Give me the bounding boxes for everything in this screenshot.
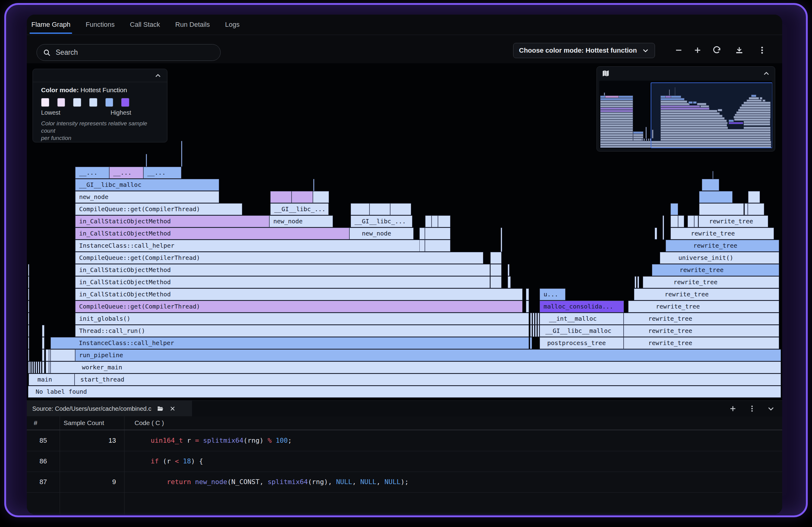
flame-box-in-callstaticobjectmethod[interactable]: in_CallStaticObjectMethod — [75, 276, 490, 288]
flame-spike[interactable] — [501, 228, 502, 252]
flame-box-postprocess-tree[interactable]: postprocess_tree — [540, 337, 624, 349]
flame-box-main[interactable]: main — [29, 374, 75, 385]
flame-box-gi-libc[interactable]: __GI__libc_... — [351, 216, 412, 227]
flame-box-gi-libc-malloc[interactable]: __GI__libc__malloc — [540, 325, 624, 337]
flame-box-thread-call-run[interactable]: Thread::call_run() — [75, 325, 529, 337]
flame-box[interactable] — [508, 276, 511, 288]
flame-box[interactable] — [490, 264, 502, 276]
flame-box-in-callstaticobjectmethod[interactable]: in_CallStaticObjectMethod — [75, 216, 269, 227]
flame-box-rewrite-tree[interactable]: rewrite_tree — [698, 216, 768, 227]
flame-box[interactable] — [369, 203, 390, 215]
flame-box[interactable] — [419, 228, 425, 239]
flame-box-[interactable]: __... — [109, 167, 143, 179]
flame-box-gi-libc[interactable]: __GI__libc_... — [270, 203, 329, 215]
flame-box-start-thread[interactable]: start_thread — [75, 374, 781, 385]
flame-box-instanceclass-call-helper[interactable]: InstanceClass::call_helper — [50, 337, 529, 349]
flame-box[interactable] — [637, 276, 639, 288]
flame-box[interactable] — [699, 203, 744, 215]
flame-box[interactable] — [270, 191, 292, 203]
flame-box-int-malloc[interactable]: __int__malloc — [540, 313, 624, 325]
flame-box[interactable] — [533, 313, 534, 325]
flame-box[interactable] — [533, 325, 534, 337]
flame-box[interactable] — [28, 276, 29, 288]
flame-box[interactable] — [635, 276, 636, 288]
flame-box[interactable] — [508, 264, 509, 276]
folder-icon[interactable] — [157, 405, 164, 412]
minimap-chart[interactable] — [599, 80, 772, 149]
tab-functions[interactable]: Functions — [86, 15, 114, 35]
flame-box[interactable] — [530, 325, 532, 337]
flame-box[interactable] — [687, 216, 694, 227]
flame-box[interactable] — [670, 203, 678, 215]
flame-box-in-callstaticobjectmethod[interactable]: in_CallStaticObjectMethod — [75, 264, 490, 276]
flame-box[interactable] — [50, 349, 75, 361]
zoom-out-button[interactable] — [671, 43, 686, 58]
flame-box[interactable] — [490, 252, 502, 264]
flame-box[interactable] — [28, 349, 29, 361]
flame-box-rewrite-tree[interactable]: rewrite_tree — [666, 240, 779, 252]
flame-box[interactable] — [33, 362, 35, 374]
flame-box[interactable] — [748, 203, 764, 215]
flame-box-new-node[interactable]: new_node — [75, 191, 219, 203]
flame-box[interactable] — [28, 264, 29, 276]
flame-box[interactable] — [42, 337, 44, 349]
download-icon[interactable] — [732, 43, 746, 58]
flame-box-universe-init[interactable]: universe_init() — [660, 252, 779, 264]
tab-flame-graph[interactable]: Flame Graph — [31, 15, 70, 35]
flame-box[interactable] — [748, 191, 760, 203]
flame-box-new-node[interactable]: new_node — [269, 216, 333, 227]
refresh-icon[interactable] — [709, 43, 724, 58]
flame-box[interactable] — [678, 216, 684, 227]
flame-box-malloc-consolida[interactable]: malloc_consolida... — [540, 301, 624, 312]
flame-box[interactable] — [425, 240, 450, 252]
flame-box[interactable] — [28, 289, 29, 300]
flame-box-rewrite-tree[interactable]: rewrite_tree — [652, 264, 779, 276]
search-box[interactable] — [37, 44, 221, 61]
flame-box[interactable] — [390, 203, 411, 215]
flame-box[interactable] — [35, 362, 37, 374]
source-kebab-icon[interactable] — [748, 405, 756, 413]
flame-box[interactable] — [42, 325, 44, 337]
tab-call-stack[interactable]: Call Stack — [130, 15, 160, 35]
chevron-up-icon[interactable] — [154, 72, 162, 79]
zoom-in-button[interactable] — [690, 43, 705, 58]
flame-box[interactable] — [351, 203, 369, 215]
flame-box[interactable] — [313, 191, 329, 203]
flame-box[interactable] — [537, 325, 539, 337]
flame-box-compilequeue-get-compilerthread[interactable]: CompileQueue::get(CompilerThread) — [75, 301, 523, 312]
search-input[interactable] — [55, 48, 214, 57]
flame-box[interactable] — [694, 216, 698, 227]
flame-box[interactable] — [655, 228, 657, 239]
flame-box[interactable] — [438, 216, 450, 227]
flame-box[interactable] — [40, 362, 41, 374]
collapse-panel-icon[interactable] — [767, 405, 775, 413]
flame-box-compilequeue-get-compilerthread[interactable]: CompileQueue::get(CompilerThread) — [75, 252, 483, 264]
flame-box[interactable] — [530, 313, 532, 325]
flame-box-u[interactable]: u... — [540, 289, 565, 300]
flame-box[interactable] — [537, 313, 539, 325]
flame-box[interactable] — [28, 325, 29, 337]
flame-box-rewrite-tree[interactable]: rewrite_tree — [670, 228, 774, 239]
flame-box[interactable] — [419, 240, 425, 252]
flame-box-in-callstaticobjectmethod[interactable]: in_CallStaticObjectMethod — [75, 228, 349, 239]
flame-box[interactable] — [530, 337, 532, 349]
flame-spike[interactable] — [712, 171, 713, 179]
flame-box[interactable] — [29, 362, 31, 374]
flame-box-compilequeue-get-compilerthread[interactable]: CompileQueue::get(CompilerThread) — [75, 203, 242, 215]
flame-box-rewrite-tree[interactable]: rewrite_tree — [624, 313, 779, 325]
flame-box[interactable] — [31, 362, 33, 374]
add-source-button[interactable] — [729, 405, 737, 413]
flame-box-[interactable]: __... — [75, 167, 109, 179]
flame-box-rewrite-tree[interactable]: rewrite_tree — [643, 276, 779, 288]
flame-box[interactable] — [535, 325, 537, 337]
table-row[interactable] — [27, 492, 782, 513]
flame-box[interactable] — [670, 216, 678, 227]
tab-logs[interactable]: Logs — [225, 15, 240, 35]
flame-box[interactable] — [46, 362, 49, 374]
color-mode-dropdown[interactable]: Choose color mode: Hottest function — [513, 43, 655, 58]
flame-box[interactable] — [28, 313, 29, 325]
flame-box[interactable] — [292, 191, 313, 203]
flame-box[interactable] — [432, 216, 438, 227]
flame-spike[interactable] — [181, 141, 182, 167]
kebab-menu-icon[interactable] — [755, 43, 769, 58]
